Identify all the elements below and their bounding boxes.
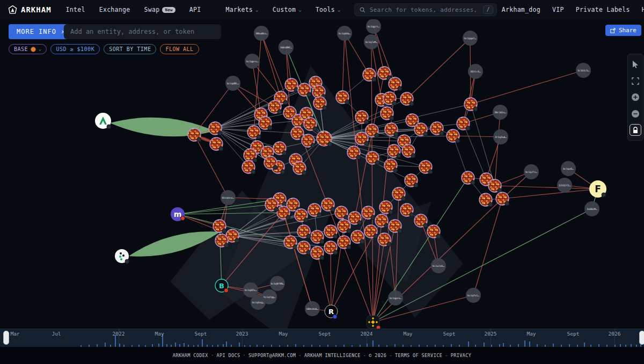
footer-link-0[interactable]: ARKHAM CODEX (173, 353, 208, 358)
graph-node-o63[interactable] (488, 179, 502, 193)
graph-node-o85[interactable] (338, 236, 351, 249)
graph-node-g24[interactable]: Binance… (221, 190, 236, 205)
graph-node-o15[interactable] (302, 134, 315, 148)
graph-node-o49[interactable] (392, 187, 406, 201)
graph-node-dots[interactable] (115, 249, 129, 264)
graph-node-g1[interactable]: 30bu8Ex… (254, 26, 269, 41)
graph-node-o23[interactable] (293, 162, 306, 175)
graph-node-g15[interactable]: 3xD6nM… (584, 201, 599, 216)
filter-flow-all[interactable]: FLOW ALL (160, 44, 199, 54)
footer-link-2[interactable]: SUPPORT@ARKM.COM (248, 353, 296, 358)
graph-node-o79[interactable] (311, 230, 324, 244)
graph-node-o90[interactable] (213, 220, 226, 233)
footer-link-1[interactable]: API DOCS (216, 353, 240, 358)
graph-node-o34[interactable] (383, 92, 397, 105)
graph-node-g7[interactable]: bc1q7vM… (364, 34, 379, 49)
graph-node-o2[interactable] (298, 83, 311, 97)
graph-node-o71[interactable] (321, 198, 335, 212)
graph-node-o76[interactable] (389, 220, 402, 233)
menu-tools[interactable]: Tools⌄ (316, 6, 341, 13)
graph-node-g10[interactable]: 39rJ41s… (493, 105, 508, 120)
graph-node-o50[interactable] (379, 201, 393, 214)
timeline-handle-right[interactable] (639, 331, 644, 345)
graph-node-o89[interactable] (265, 198, 279, 212)
graph-node-o53[interactable] (427, 225, 441, 238)
footer-link-5[interactable]: TERMS OF SERVICE (395, 353, 442, 358)
graph-node-g3[interactable]: bc1qpcv… (245, 54, 260, 69)
graph-node-g17[interactable]: bc1qpcx… (388, 290, 403, 305)
entity-search-input[interactable] (64, 24, 221, 39)
footer-link-3[interactable]: ARKHAM INTELLIGENCE (304, 353, 361, 358)
graph-node-g18[interactable]: bc1qfv1… (466, 288, 481, 303)
global-search-input[interactable]: Search for tokens, addresses, entities..… (354, 3, 497, 16)
zoom-in-icon[interactable] (630, 91, 641, 103)
timeline-handle-left[interactable] (3, 331, 9, 345)
graph-node-o13[interactable] (259, 117, 272, 130)
nav-help[interactable]: Help⌄ (642, 6, 644, 13)
graph-node-o45[interactable] (457, 117, 470, 130)
graph-node-g22[interactable]: bc1q5sg… (251, 295, 266, 310)
graph-node-o30[interactable] (378, 67, 391, 80)
graph-node-o52[interactable] (414, 214, 428, 228)
graph-node-o44[interactable] (447, 129, 460, 143)
nav-exchange[interactable]: Exchange (99, 6, 130, 13)
cursor-tool-icon[interactable] (630, 59, 641, 70)
graph-node-o20[interactable] (273, 142, 287, 155)
graph-node-o19[interactable] (244, 149, 257, 162)
graph-node-g2[interactable]: 34Es8NC… (279, 40, 294, 55)
graph-node-o60[interactable] (355, 132, 369, 145)
graph-node-g16[interactable]: bc1u7vk… (431, 258, 446, 273)
graph-node-o70[interactable] (308, 203, 321, 217)
graph-node-g14[interactable]: 3JtQJf2… (557, 178, 572, 193)
graph-node-o83[interactable] (311, 246, 324, 260)
graph-node-o51[interactable] (400, 203, 414, 217)
graph-node-g4[interactable]: bc1qd8L… (225, 76, 240, 91)
graph-node-o87[interactable] (364, 225, 378, 238)
graph-node-o64[interactable] (496, 192, 509, 206)
nav-swap[interactable]: SwapNew (144, 6, 175, 13)
filter-base[interactable]: BASE ⌄ (9, 44, 47, 54)
graph-node-o32[interactable] (336, 91, 349, 104)
graph-node-o6[interactable] (313, 97, 327, 110)
graph-node-g13[interactable]: bc1qx6… (561, 161, 576, 176)
graph-node-o48[interactable] (405, 174, 418, 187)
graph-node-o72[interactable] (335, 206, 348, 220)
graph-node-o65[interactable] (479, 193, 493, 207)
graph-node-g23[interactable]: b8mcmoA… (305, 301, 320, 316)
graph-node-o74[interactable] (362, 206, 375, 220)
graph-node-o28[interactable] (210, 137, 223, 151)
graph-node-g6[interactable]: bc1qgrt… (366, 19, 381, 34)
graph-node-o36[interactable] (355, 111, 369, 124)
graph-node-o16[interactable] (247, 126, 261, 139)
graph-node-o55[interactable] (387, 144, 401, 158)
graph-node-g20[interactable]: bc1q9f99… (270, 276, 285, 291)
graph-node-o25[interactable] (264, 156, 277, 170)
graph-node-o58[interactable] (366, 151, 379, 165)
graph-node-o78[interactable] (324, 225, 338, 238)
graph-node-o77[interactable] (338, 220, 351, 233)
graph-node-o39[interactable] (385, 123, 398, 136)
menu-custom[interactable]: Custom⌄ (273, 6, 302, 13)
graph-node-o81[interactable] (284, 236, 297, 249)
graph-node-g5[interactable]: bc1q4da… (337, 26, 352, 41)
graph-node-o38[interactable] (380, 107, 394, 120)
graph-node-o24[interactable] (242, 161, 255, 174)
graph-node-o41[interactable] (317, 131, 332, 147)
graph-node-o84[interactable] (324, 241, 338, 254)
graph-node-g25[interactable]: 3c1b1c5… (576, 63, 591, 78)
graph-node-o92[interactable] (215, 234, 229, 247)
filter-usd-threshold[interactable]: USD ≥ $100K (50, 44, 100, 54)
filter-sort-by-time[interactable]: SORT BY TIME (104, 44, 156, 54)
graph-node-ff[interactable]: F (589, 180, 606, 198)
graph-node-aero[interactable] (95, 113, 111, 129)
graph-node-tbtc[interactable]: B (215, 279, 229, 293)
arkham-logo[interactable]: ARKHAM (0, 5, 59, 14)
graph-node-o69[interactable] (295, 209, 308, 222)
graph-node-o7[interactable] (268, 100, 282, 114)
graph-node-o43[interactable] (430, 122, 444, 135)
footer-link-6[interactable]: PRIVACY (451, 353, 472, 358)
graph-node-o11[interactable] (304, 118, 317, 131)
graph-node-o57[interactable] (384, 159, 398, 172)
time-range-slider[interactable]: MarJul2022MaySept2023MaySept2024MaySept2… (0, 329, 644, 347)
graph-node-bnb[interactable] (367, 316, 380, 330)
